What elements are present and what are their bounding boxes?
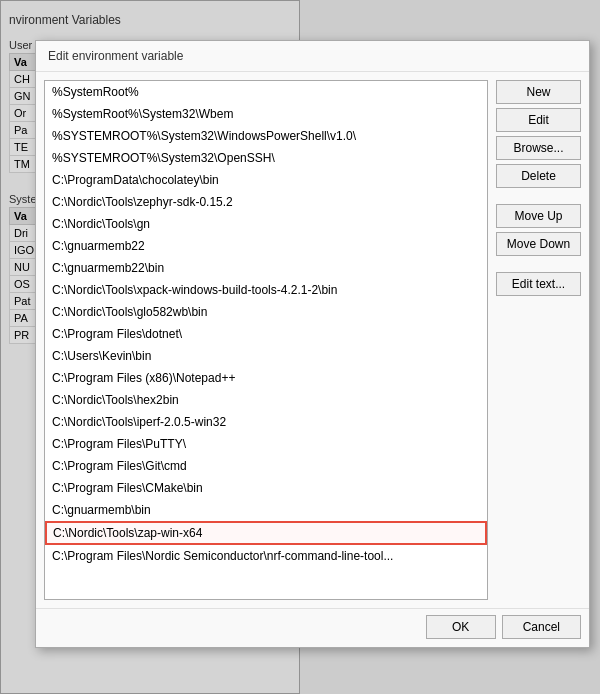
list-item[interactable]: C:\Program Files (x86)\Notepad++ (45, 367, 487, 389)
dialog-footer: OK Cancel (36, 608, 589, 647)
edit-button[interactable]: Edit (496, 108, 581, 132)
list-item[interactable]: C:\Program Files\dotnet\ (45, 323, 487, 345)
edit-text-button[interactable]: Edit text... (496, 272, 581, 296)
list-item[interactable]: C:\Nordic\Tools\iperf-2.0.5-win32 (45, 411, 487, 433)
move-down-button[interactable]: Move Down (496, 232, 581, 256)
list-item[interactable]: C:\Program Files\PuTTY\ (45, 433, 487, 455)
move-up-button[interactable]: Move Up (496, 204, 581, 228)
cancel-button[interactable]: Cancel (502, 615, 581, 639)
list-item[interactable]: %SYSTEMROOT%\System32\OpenSSH\ (45, 147, 487, 169)
list-item[interactable]: C:\Nordic\Tools\gn (45, 213, 487, 235)
action-buttons: New Edit Browse... Delete Move Up Move D… (496, 80, 581, 600)
list-item[interactable]: C:\gnuarmemb22 (45, 235, 487, 257)
list-item[interactable]: C:\Program Files\Nordic Semiconductor\nr… (45, 545, 487, 567)
list-item[interactable]: C:\gnuarmemb22\bin (45, 257, 487, 279)
dialog-title: Edit environment variable (36, 41, 589, 72)
list-item[interactable]: C:\Users\Kevin\bin (45, 345, 487, 367)
list-item[interactable]: C:\Nordic\Tools\xpack-windows-build-tool… (45, 279, 487, 301)
list-item[interactable]: C:\Program Files\CMake\bin (45, 477, 487, 499)
new-button[interactable]: New (496, 80, 581, 104)
list-item[interactable]: C:\Nordic\Tools\zap-win-x64 (45, 521, 487, 545)
list-item[interactable]: %SYSTEMROOT%\System32\WindowsPowerShell\… (45, 125, 487, 147)
list-item[interactable]: C:\Nordic\Tools\glo582wb\bin (45, 301, 487, 323)
list-item[interactable]: %SystemRoot%\System32\Wbem (45, 103, 487, 125)
list-item[interactable]: C:\Program Files\Git\cmd (45, 455, 487, 477)
list-item[interactable]: C:\Nordic\Tools\zephyr-sdk-0.15.2 (45, 191, 487, 213)
list-item[interactable]: C:\Nordic\Tools\hex2bin (45, 389, 487, 411)
list-item[interactable]: C:\ProgramData\chocolatey\bin (45, 169, 487, 191)
list-item[interactable]: C:\gnuarmemb\bin (45, 499, 487, 521)
ok-button[interactable]: OK (426, 615, 496, 639)
env-var-list[interactable]: %SystemRoot%%SystemRoot%\System32\Wbem%S… (44, 80, 488, 600)
list-item[interactable]: %SystemRoot% (45, 81, 487, 103)
browse-button[interactable]: Browse... (496, 136, 581, 160)
edit-env-var-dialog: Edit environment variable %SystemRoot%%S… (35, 40, 590, 648)
delete-button[interactable]: Delete (496, 164, 581, 188)
dialog-body: %SystemRoot%%SystemRoot%\System32\Wbem%S… (36, 72, 589, 608)
